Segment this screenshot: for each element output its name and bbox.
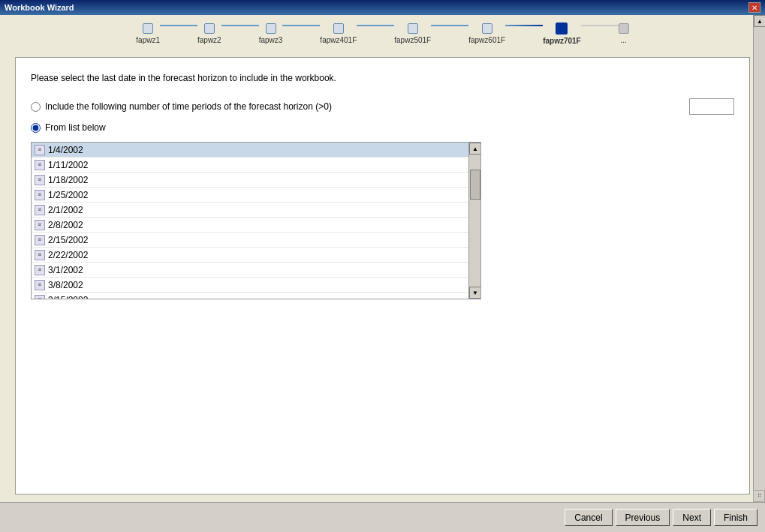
list-item-text: 1/18/2002 <box>48 175 88 185</box>
step-node-6 <box>482 23 492 34</box>
window-title: Workbook Wizard <box>5 3 74 12</box>
list-scroll-track <box>469 155 480 287</box>
list-item-text: 2/15/2002 <box>48 235 88 245</box>
bottom-area: Cancel Previous Next Finish <box>0 502 765 532</box>
list-item[interactable]: ≡ 2/15/2002 <box>32 233 468 248</box>
list-item-text: 3/8/2002 <box>48 280 83 290</box>
list-item-icon: ≡ <box>35 250 45 260</box>
list-item-icon: ≡ <box>35 295 45 299</box>
step-label-3: fapwz3 <box>259 36 283 44</box>
radio-list-input[interactable] <box>31 123 41 133</box>
connector-7 <box>581 25 619 26</box>
step-label-1: fapwz1 <box>136 36 160 44</box>
date-list[interactable]: ≡ 1/4/2002 ≡ 1/11/2002 ≡ 1/18/2002 ≡ 1/2… <box>32 143 468 299</box>
step-node-7 <box>556 23 568 35</box>
number-text-input[interactable] <box>689 98 734 115</box>
list-item-icon: ≡ <box>35 145 45 155</box>
list-item-text: 2/1/2002 <box>48 205 83 215</box>
connector-6 <box>505 25 543 26</box>
step-fapwz1[interactable]: fapwz1 <box>136 23 160 44</box>
list-item[interactable]: ≡ 1/11/2002 <box>32 158 468 173</box>
list-item-icon: ≡ <box>35 235 45 245</box>
radio-row-2: From list below <box>31 122 734 133</box>
step-node-5 <box>408 23 418 34</box>
step-node-4 <box>333 23 344 34</box>
main-content: Please select the last date in the forec… <box>0 50 765 502</box>
step-label-2: fapwz2 <box>197 36 221 44</box>
list-item-text: 3/1/2002 <box>48 265 83 275</box>
step-node-1 <box>143 23 153 34</box>
close-button[interactable]: ✕ <box>748 2 760 13</box>
content-panel: Please select the last date in the forec… <box>15 57 750 494</box>
list-item[interactable]: ≡ 3/15/2002 <box>32 293 468 299</box>
step-fapwz2[interactable]: fapwz2 <box>197 23 221 44</box>
main-area: fapwz1 fapwz2 fapwz3 fapwz401F fapwz501F <box>0 15 765 532</box>
steps-row: fapwz1 fapwz2 fapwz3 fapwz401F fapwz501F <box>136 23 628 45</box>
list-item-text: 3/15/2002 <box>48 295 88 299</box>
list-item[interactable]: ≡ 2/8/2002 <box>32 218 468 233</box>
step-node-2 <box>204 23 215 34</box>
radio-list-label: From list below <box>45 122 106 133</box>
finish-button[interactable]: Finish <box>714 509 757 526</box>
radio-number-input[interactable] <box>31 102 41 112</box>
step-label-5: fapwz501F <box>394 36 431 44</box>
list-item-icon: ≡ <box>35 280 45 290</box>
list-item-icon: ≡ <box>35 160 45 170</box>
step-node-more <box>619 23 629 34</box>
list-item[interactable]: ≡ 2/22/2002 <box>32 248 468 263</box>
list-item-text: 2/22/2002 <box>48 250 88 260</box>
resize-grip[interactable]: ⠿ <box>753 490 765 502</box>
previous-button[interactable]: Previous <box>616 509 670 526</box>
step-node-3 <box>266 23 276 34</box>
panel-instruction: Please select the last date in the forec… <box>31 73 734 83</box>
radio-row-1: Include the following number of time per… <box>31 101 332 112</box>
list-item-text: 1/25/2002 <box>48 190 88 200</box>
title-bar: Workbook Wizard ✕ <box>0 0 765 15</box>
list-item-text: 2/8/2002 <box>48 220 83 230</box>
step-fapwz701F[interactable]: fapwz701F <box>543 23 581 45</box>
list-scroll-thumb[interactable] <box>470 170 480 200</box>
connector-4 <box>357 25 394 26</box>
list-item[interactable]: ≡ 1/4/2002 <box>32 143 468 158</box>
right-scrollbar[interactable]: ▲ ▼ <box>753 15 765 502</box>
connector-5 <box>431 25 468 26</box>
scroll-track <box>754 27 765 490</box>
step-label-4: fapwz401F <box>320 36 357 44</box>
list-item[interactable]: ≡ 3/8/2002 <box>32 278 468 293</box>
cancel-button[interactable]: Cancel <box>565 509 612 526</box>
list-item[interactable]: ≡ 2/1/2002 <box>32 203 468 218</box>
list-item[interactable]: ≡ 3/1/2002 <box>32 263 468 278</box>
list-item-text: 1/4/2002 <box>48 145 83 155</box>
list-item-icon: ≡ <box>35 205 45 215</box>
date-list-container: ≡ 1/4/2002 ≡ 1/11/2002 ≡ 1/18/2002 ≡ 1/2… <box>31 142 481 299</box>
list-item-icon: ≡ <box>35 220 45 230</box>
connector-3 <box>282 25 320 26</box>
step-label-6: fapwz601F <box>468 36 505 44</box>
step-label-7: fapwz701F <box>543 37 581 45</box>
step-fapwz501F[interactable]: fapwz501F <box>394 23 431 44</box>
list-item-icon: ≡ <box>35 190 45 200</box>
steps-area: fapwz1 fapwz2 fapwz3 fapwz401F fapwz501F <box>0 15 765 50</box>
step-more[interactable]: ... <box>619 23 629 44</box>
step-fapwz401F[interactable]: fapwz401F <box>320 23 357 44</box>
list-scroll-up-button[interactable]: ▲ <box>469 143 481 155</box>
step-label-more: ... <box>621 36 627 44</box>
next-button[interactable]: Next <box>673 509 711 526</box>
scroll-up-button[interactable]: ▲ <box>754 15 765 27</box>
list-scroll-down-button[interactable]: ▼ <box>469 287 481 299</box>
step-fapwz601F[interactable]: fapwz601F <box>468 23 505 44</box>
list-scrollbar[interactable]: ▲ ▼ <box>468 143 480 299</box>
list-item-icon: ≡ <box>35 265 45 275</box>
connector-1 <box>160 25 197 26</box>
list-item-text: 1/11/2002 <box>48 160 88 170</box>
list-item[interactable]: ≡ 1/25/2002 <box>32 188 468 203</box>
list-item[interactable]: ≡ 1/18/2002 <box>32 173 468 188</box>
connector-2 <box>221 25 259 26</box>
radio-number-label: Include the following number of time per… <box>45 101 332 112</box>
step-fapwz3[interactable]: fapwz3 <box>259 23 283 44</box>
list-item-icon: ≡ <box>35 175 45 185</box>
